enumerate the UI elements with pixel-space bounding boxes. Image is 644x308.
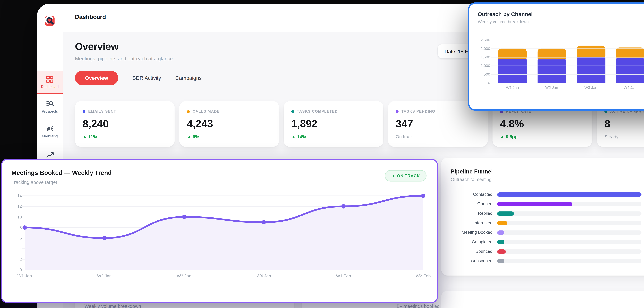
bar-x-tick: W4 Jan [611,85,644,90]
kpi-label: EMAILS SENT [88,109,116,113]
line-y-tick: 12 [18,204,22,209]
line-x-tick: W2 Feb [404,274,442,278]
dashboard-grid-icon [46,76,54,83]
line-area-fill [25,196,423,270]
line-y-tick: 8 [20,225,22,230]
bottom-middle-card-subtitle: By meetings booked [397,303,440,308]
kpi-value: 8 [604,118,610,130]
funnel-row-interested: Interested 124 20.7% [441,218,644,228]
kpi-label: TASKS COMPLETED [297,109,338,113]
bar-x-tick: W2 Jan [532,85,571,90]
funnel-row-bounced: Bounced 312 2.5% [441,247,644,256]
bar-group-w3-jan [571,40,611,83]
bar-y-tick: 500 [484,72,490,76]
bar-y-tick: 2,500 [480,38,490,42]
bottom-right-card [441,291,644,308]
megaphone-icon [46,125,54,132]
tab-bar: Overview SDR Activity Campaigns [75,71,202,85]
meetings-panel-subtitle: Tracking above target [11,180,57,185]
outreach-channel-panel: Outreach by Channel Weekly volume breakd… [468,2,644,111]
funnel-stage-label: Meeting Booked [441,230,492,235]
email-bar-segment [498,59,527,83]
funnel-stage-label: Unsubscribed [441,258,492,263]
funnel-row-contacted: Contacted 12,483 [441,190,644,199]
kpi-label: CALLS MADE [193,109,220,113]
line-y-tick: 6 [20,236,22,241]
sidebar-item-dashboard[interactable]: Dashboard [37,71,62,94]
kpi-dot-icon [187,110,190,113]
data-point [421,194,425,198]
bar-y-tick: 0 [488,81,490,85]
stacked-bar [577,46,605,83]
bar-y-tick: 1,500 [480,55,490,59]
bar-gridline [491,49,644,49]
line-x-tick: W3 Jan [165,274,203,278]
email-bar-segment [538,60,566,83]
tab-overview[interactable]: Overview [75,71,118,85]
bar-gridline [491,74,644,75]
bar-gridline [491,57,644,58]
kpi-delta: On track [396,134,413,139]
sidebar-item-label: Prospects [37,109,62,113]
funnel-row-replied: Replied 599 9.2% [441,209,644,218]
funnel-stage-label: Opened [441,202,492,206]
calls-bar-segment [538,49,566,60]
funnel-bar-fill [497,221,507,225]
funnel-bar-track [497,202,642,206]
kpi-delta: ▲ 6% [187,134,199,139]
funnel-bar-fill [497,240,504,244]
line-x-tick: W2 Jan [86,274,124,278]
bar-gridline [491,83,644,83]
line-x-tick: W4 Jan [245,274,283,278]
kpi-value: 1,892 [291,118,318,130]
window-title: Dashboard [75,14,106,21]
bar-gridline [491,66,644,66]
tab-sdr-activity[interactable]: SDR Activity [132,75,161,81]
bar-chart: 2,5002,0001,5001,0005000 W1 JanW2 JanW3 … [493,40,644,83]
line-y-tick: 0 [20,267,22,272]
bottom-left-card-subtitle: Weekly volume breakdown [84,303,141,308]
funnel-stage-label: Replied [441,211,492,216]
kpi-delta: Steady [604,134,618,139]
kpi-label: TASKS PENDING [401,109,435,113]
funnel-rows: Contacted 12,483 Opened 6,491 52.0%Repli… [441,190,644,266]
funnel-bar-fill [497,249,506,253]
bar-gridline [491,40,644,40]
funnel-bar-track [497,221,642,225]
data-point [22,225,27,230]
page-title: Overview [75,41,118,52]
funnel-stage-label: Interested [441,220,492,225]
on-track-badge: ▲ ON TRACK [385,170,426,182]
tab-campaigns[interactable]: Campaigns [175,75,202,81]
data-point [262,220,266,224]
kpi-delta: ▲ 11% [82,134,97,139]
funnel-bar-fill [497,259,504,263]
kpi-dot-icon [291,110,294,113]
sidebar-item-prospects[interactable]: Prospects [37,100,62,113]
bar-x-tick: W3 Jan [571,85,610,90]
funnel-row-unsubscribed: Unsubscribed 89 0.7% [441,256,644,266]
bar-group-w2-jan [532,40,572,83]
bar-y-tick: 2,000 [480,47,490,51]
bar-chart-bars [493,40,644,83]
meetings-panel-title: Meetings Booked — Weekly Trend [11,169,112,176]
page-subtitle: Meetings, pipeline, and outreach at a gl… [75,56,173,61]
line-y-tick: 4 [20,246,22,251]
line-y-tick: 2 [20,257,22,262]
funnel-bar-fill [497,202,572,206]
pipeline-funnel-card: Pipeline Funnel Outreach to meeting Cont… [441,158,644,276]
data-point [182,215,186,219]
bar-group-w1-jan [493,40,532,83]
email-bar-segment [616,58,644,83]
sidebar-item-marketing[interactable]: Marketing [37,125,62,138]
data-point [102,236,106,240]
funnel-subtitle: Outreach to meeting [451,177,492,182]
line-x-tick: W1 Feb [324,274,362,278]
kpi-value: 4.8% [500,118,524,130]
kpi-card-emails-sent: EMAILS SENT 8,240 ▲ 11% [75,101,175,147]
kpi-value: 4,243 [187,118,213,130]
line-x-tick: W1 Jan [6,274,44,278]
funnel-bar-fill [497,211,514,215]
calls-bar-segment [616,47,644,58]
kpi-dot-icon [396,110,398,113]
